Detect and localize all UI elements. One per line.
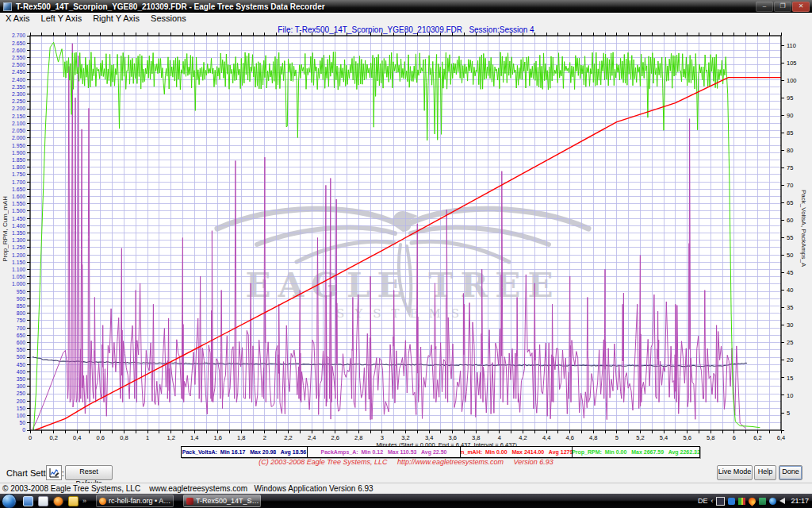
svg-text:1.550: 1.550 — [12, 201, 25, 206]
svg-text:850: 850 — [17, 303, 26, 309]
taskbar: » rc-heli-fan.org • Ant... T-Rex500_14T_… — [0, 494, 812, 508]
svg-text:2.300: 2.300 — [12, 91, 25, 97]
menu-x-axis[interactable]: X Axis — [0, 13, 36, 25]
firefox-task-icon — [99, 498, 106, 505]
svg-text:1.150: 1.150 — [12, 260, 25, 265]
display-icon[interactable] — [716, 497, 725, 506]
svg-text:30: 30 — [787, 321, 793, 329]
svg-text:10: 10 — [787, 392, 793, 399]
svg-text:1.850: 1.850 — [12, 157, 25, 163]
svg-text:1.100: 1.100 — [12, 267, 25, 272]
svg-text:1.700: 1.700 — [12, 179, 25, 185]
chat-icon[interactable] — [728, 498, 735, 505]
svg-text:1.000: 1.000 — [12, 281, 25, 287]
svg-text:5,2: 5,2 — [636, 434, 644, 441]
svg-text:900: 900 — [17, 296, 26, 302]
globe-icon[interactable] — [769, 498, 776, 505]
svg-text:60: 60 — [787, 217, 793, 224]
chart-plot[interactable]: EAGLE TREESYSTEMS05010015020025030035040… — [6, 32, 799, 449]
svg-text:4,4: 4,4 — [542, 434, 550, 441]
chart-icon[interactable] — [738, 498, 745, 505]
svg-text:550: 550 — [17, 347, 26, 352]
svg-text:2.650: 2.650 — [12, 40, 25, 46]
mail-icon[interactable] — [38, 496, 48, 506]
svg-text:2.100: 2.100 — [12, 121, 25, 126]
svg-text:0: 0 — [22, 427, 25, 433]
svg-text:0,4: 0,4 — [73, 434, 81, 441]
system-tray: DE ‹ 21:17 — [698, 497, 809, 506]
app-body: File: T-Rex500_14T_Scorpion_YGE80_210309… — [0, 25, 812, 494]
done-button[interactable]: Done — [779, 465, 802, 480]
svg-text:350: 350 — [17, 376, 26, 382]
svg-text:1.750: 1.750 — [12, 171, 25, 177]
taskbar-clock[interactable]: 21:17 — [791, 497, 809, 505]
svg-text:400: 400 — [17, 369, 26, 375]
svg-text:1.450: 1.450 — [12, 216, 25, 221]
folder-icon[interactable] — [68, 496, 79, 506]
firefox-icon[interactable] — [53, 496, 63, 506]
svg-text:5,8: 5,8 — [707, 434, 714, 441]
svg-text:20: 20 — [787, 356, 793, 364]
svg-text:950: 950 — [17, 289, 26, 294]
svg-text:70: 70 — [787, 182, 793, 189]
close-button[interactable]: ✕ — [792, 2, 810, 12]
menu-left-y-axis[interactable]: Left Y Axis — [36, 13, 88, 25]
data-recorder-task-icon — [186, 498, 193, 505]
menu-right-y-axis[interactable]: Right Y Axis — [87, 13, 145, 25]
minimize-button[interactable]: – — [756, 2, 773, 12]
task-label: rc-heli-fan.org • Ant... — [109, 497, 173, 505]
svg-text:3,6: 3,6 — [448, 434, 456, 441]
flame-icon[interactable] — [748, 496, 758, 506]
svg-text:65: 65 — [787, 199, 793, 206]
svg-text:90: 90 — [787, 112, 793, 119]
svg-text:50: 50 — [19, 420, 25, 425]
svg-text:1.300: 1.300 — [12, 237, 25, 243]
right-axis-tick-labels: 5101520253035404550556065707580859095100… — [787, 42, 797, 417]
chart-settings-button[interactable] — [46, 465, 62, 480]
tray-expand-chevron[interactable]: ‹ — [710, 497, 713, 505]
svg-text:6,2: 6,2 — [753, 434, 761, 441]
svg-text:100: 100 — [787, 77, 797, 84]
svg-text:1.250: 1.250 — [12, 244, 25, 250]
reset-defaults-button[interactable]: Reset Defaults — [65, 465, 113, 480]
svg-text:105: 105 — [787, 60, 797, 67]
svg-text:1.050: 1.050 — [12, 274, 25, 279]
svg-text:50: 50 — [787, 252, 793, 259]
chart-pencil-icon — [49, 468, 59, 478]
svg-text:6,4: 6,4 — [777, 434, 785, 441]
svg-text:250: 250 — [17, 391, 26, 396]
svg-text:95: 95 — [787, 94, 793, 102]
svg-text:100: 100 — [17, 413, 26, 418]
maximize-button[interactable]: ❐ — [774, 2, 791, 12]
show-desktop-icon[interactable] — [23, 496, 33, 506]
taskbar-task-datarecorder[interactable]: T-Rex500_14T_Scorp... — [183, 495, 261, 507]
svg-text:2.700: 2.700 — [12, 33, 25, 38]
taskbar-task-firefox[interactable]: rc-heli-fan.org • Ant... — [96, 495, 174, 507]
windows-start-button[interactable] — [2, 494, 17, 508]
svg-text:75: 75 — [787, 164, 793, 171]
stats-prop-rpm: Prop_RPM: Min 0.00 Max 2667.59 Avg 2262.… — [572, 447, 699, 457]
svg-text:3: 3 — [381, 434, 384, 441]
svg-text:85: 85 — [787, 129, 793, 137]
stats-pack-volts: Pack_VoltsA: Min 16.17 Max 20.98 Avg 18.… — [182, 447, 307, 457]
svg-text:2,6: 2,6 — [331, 434, 339, 441]
right-axis-title: Pack_VoltsA, PackAmps_A — [800, 190, 807, 267]
svg-text:15: 15 — [787, 375, 793, 382]
language-indicator[interactable]: DE — [698, 497, 708, 505]
svg-text:4,8: 4,8 — [589, 434, 597, 441]
quick-launch-overflow-chevron[interactable]: » — [82, 497, 86, 505]
svg-text:200: 200 — [17, 398, 26, 404]
svg-text:5,4: 5,4 — [660, 434, 668, 441]
speaker-icon[interactable] — [779, 498, 785, 504]
help-button[interactable]: Help — [754, 465, 776, 480]
svg-text:2,8: 2,8 — [354, 434, 362, 441]
svg-text:1,6: 1,6 — [214, 434, 222, 441]
svg-text:2.600: 2.600 — [12, 48, 25, 53]
svg-text:700: 700 — [17, 325, 26, 331]
live-mode-button[interactable]: Live Mode — [717, 465, 753, 480]
svg-text:300: 300 — [17, 383, 26, 389]
left-axis-title: Prop_RPM, Cum_mAH — [2, 196, 9, 262]
app-icon — [3, 2, 12, 11]
menu-sessions[interactable]: Sessions — [145, 13, 192, 25]
shield-icon[interactable] — [759, 498, 766, 505]
